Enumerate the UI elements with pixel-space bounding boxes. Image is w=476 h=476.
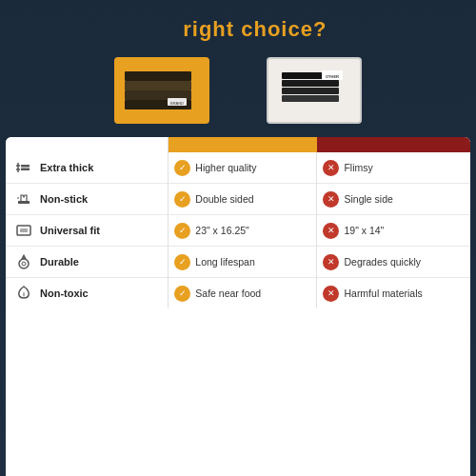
svg-rect-17 — [18, 201, 30, 204]
our-text-0: Higher quality — [195, 162, 256, 173]
our-text-2: 23" x 16.25" — [195, 225, 249, 236]
svg-rect-3 — [125, 71, 191, 81]
x-icon-3: ✕ — [323, 254, 339, 270]
comparison-table-wrap: Extra thick✓Higher quality✕FlimsyNon-sti… — [6, 137, 470, 476]
others-cell-4: ✕Harmful materials — [317, 278, 470, 309]
svg-rect-16 — [21, 169, 30, 171]
our-cell-0: ✓Higher quality — [169, 152, 317, 184]
check-icon-4: ✓ — [174, 286, 190, 302]
x-icon-4: ✕ — [323, 286, 339, 302]
svg-point-20 — [19, 259, 29, 268]
feature-label-4: Non-toxic — [40, 288, 89, 299]
table-row: Non-stick✓Double sided✕Single side — [6, 184, 470, 215]
others-cell-3: ✕Degrades quickly — [317, 247, 470, 278]
non-toxic-icon — [13, 283, 34, 304]
feature-cell-3: Durable — [6, 247, 169, 278]
header-highlight: right choice? — [183, 17, 327, 41]
col-header-features — [6, 137, 169, 152]
x-icon-2: ✕ — [323, 223, 339, 239]
others-cell-0: ✕Flimsy — [317, 152, 470, 184]
feature-cell-0: Extra thick — [6, 152, 169, 184]
others-text-2: 19" x 14" — [344, 225, 384, 236]
svg-rect-6 — [282, 95, 339, 102]
our-product-image: BRAND — [114, 57, 209, 124]
col-header-our — [169, 137, 317, 152]
our-cell-1: ✓Double sided — [169, 184, 317, 215]
others-text-1: Single side — [344, 193, 392, 205]
our-cell-4: ✓Safe near food — [169, 278, 317, 309]
our-text-1: Double sided — [195, 193, 253, 205]
svg-text:BRAND: BRAND — [170, 101, 184, 106]
svg-rect-15 — [21, 165, 30, 168]
table-row: Durable✓Long lifespan✕Degrades quickly — [6, 247, 470, 278]
non-stick-icon — [13, 188, 34, 209]
others-text-4: Harmful materials — [344, 288, 422, 299]
col-header-others — [317, 137, 470, 152]
feature-cell-1: Non-stick — [6, 184, 169, 215]
check-icon-2: ✓ — [174, 223, 190, 239]
others-cell-2: ✕19" x 14" — [317, 215, 470, 247]
svg-point-21 — [22, 262, 26, 266]
svg-rect-7 — [282, 88, 339, 94]
others-text-3: Degrades quickly — [344, 256, 421, 268]
universal-fit-icon — [13, 220, 34, 241]
feature-cell-4: Non-toxic — [6, 278, 169, 309]
feature-label-3: Durable — [40, 256, 79, 268]
our-cell-3: ✓Long lifespan — [169, 247, 317, 278]
x-icon-0: ✕ — [323, 160, 339, 176]
our-cell-2: ✓23" x 16.25" — [169, 215, 317, 247]
table-row: Non-toxic✓Safe near food✕Harmful materia… — [6, 278, 470, 309]
check-icon-1: ✓ — [174, 191, 190, 208]
svg-text:OTHER: OTHER — [326, 74, 339, 79]
other-product-image: OTHER — [267, 57, 362, 124]
our-text-3: Long lifespan — [195, 256, 254, 268]
feature-label-0: Extra thick — [40, 162, 93, 173]
svg-rect-19 — [20, 228, 28, 232]
others-text-0: Flimsy — [344, 162, 372, 173]
extra-thick-icon — [13, 157, 34, 178]
header-section: right choice? — [0, 0, 476, 51]
others-cell-1: ✕Single side — [317, 184, 470, 215]
svg-rect-8 — [282, 80, 339, 87]
our-mat-svg: BRAND — [120, 62, 204, 119]
x-icon-1: ✕ — [323, 191, 339, 208]
comparison-table: Extra thick✓Higher quality✕FlimsyNon-sti… — [6, 137, 470, 308]
durable-icon — [13, 251, 34, 272]
our-text-4: Safe near food — [195, 288, 261, 299]
table-header-row — [6, 137, 470, 152]
table-row: Universal fit✓23" x 16.25"✕19" x 14" — [6, 215, 470, 247]
main-container: right choice? BRAND — [0, 0, 476, 476]
check-icon-0: ✓ — [174, 160, 190, 176]
table-row: Extra thick✓Higher quality✕Flimsy — [6, 152, 470, 184]
feature-label-1: Non-stick — [40, 193, 88, 205]
other-mat-svg: OTHER — [272, 62, 356, 119]
images-row: BRAND OTHER — [0, 51, 476, 137]
feature-label-2: Universal fit — [40, 225, 100, 236]
svg-rect-2 — [125, 81, 191, 90]
check-icon-3: ✓ — [174, 254, 190, 270]
feature-cell-2: Universal fit — [6, 215, 169, 247]
